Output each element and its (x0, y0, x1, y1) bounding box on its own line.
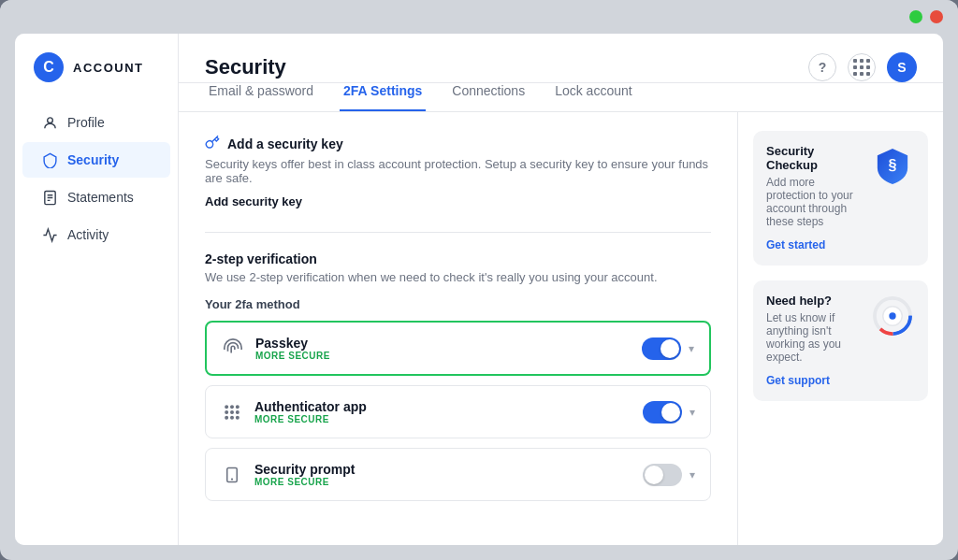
shield-badge-icon: § (872, 146, 913, 187)
fingerprint-icon (222, 337, 244, 360)
svg-point-6 (231, 405, 234, 408)
svg-text:§: § (889, 156, 897, 173)
authenticator-badge: MORE SECURE (254, 414, 631, 424)
sidebar-item-profile[interactable]: Profile (22, 105, 170, 140)
help-text: Need help? Let us know if anything isn't… (766, 294, 859, 388)
passkey-actions: ▾ (642, 337, 694, 360)
svg-point-7 (237, 405, 240, 408)
sidebar-item-activity[interactable]: Activity (22, 217, 170, 252)
document-icon (41, 189, 58, 206)
add-security-key-link[interactable]: Add security key (205, 194, 302, 208)
logo-icon: C (34, 52, 64, 82)
tab-bar: Email & password 2FA Settings Connection… (179, 83, 943, 112)
right-panel: Security Checkup Add more protection to … (737, 112, 943, 545)
help-link[interactable]: Get support (766, 374, 830, 387)
title-bar (0, 0, 958, 34)
tab-lock-account[interactable]: Lock account (551, 83, 636, 111)
header-actions: ? S (808, 52, 917, 82)
activity-icon (41, 226, 58, 243)
svg-point-5 (225, 405, 228, 408)
passkey-toggle[interactable] (642, 337, 681, 360)
sidebar-logo: C ACCOUNT (15, 52, 178, 105)
app-container: C ACCOUNT Profile (15, 34, 943, 545)
sidebar-label-profile: Profile (67, 115, 105, 130)
help-button[interactable]: ? (808, 53, 836, 81)
two-step-desc: We use 2-step verification when we need … (205, 270, 711, 284)
green-light[interactable] (909, 10, 922, 23)
authenticator-toggle[interactable] (643, 401, 682, 424)
person-icon (41, 114, 58, 131)
red-light[interactable] (930, 10, 943, 23)
two-step-section: 2-step verification We use 2-step verifi… (205, 251, 711, 501)
page-title: Security (205, 55, 286, 79)
sidebar-label-activity: Activity (67, 227, 109, 242)
tab-email-password[interactable]: Email & password (205, 83, 317, 111)
security-prompt-toggle-knob (645, 466, 663, 484)
authenticator-toggle-knob (661, 403, 680, 422)
sidebar-label-security: Security (67, 152, 119, 167)
help-title: Need help? (766, 294, 859, 308)
method-card-security-prompt[interactable]: Security prompt MORE SECURE ▾ (205, 448, 711, 501)
security-key-title: Add a security key (227, 136, 343, 151)
main-body: Add a security key Security keys offer b… (179, 112, 943, 545)
panel-card-security-checkup: Security Checkup Add more protection to … (753, 131, 928, 266)
panel-card-inner-checkup: Security Checkup Add more protection to … (766, 144, 915, 252)
svg-point-11 (225, 416, 228, 419)
authenticator-name: Authenticator app (254, 399, 631, 414)
divider-1 (205, 232, 711, 233)
authenticator-actions: ▾ (643, 401, 695, 424)
svg-point-10 (237, 410, 240, 413)
svg-point-13 (237, 416, 240, 419)
security-prompt-info: Security prompt MORE SECURE (254, 462, 631, 487)
sidebar-nav: Profile Security (15, 105, 178, 252)
method-label: Your 2fa method (205, 297, 711, 311)
two-step-title: 2-step verification (205, 251, 711, 266)
checkup-icon-wrap: § (870, 144, 915, 189)
traffic-lights (909, 10, 943, 23)
svg-point-8 (225, 410, 228, 413)
svg-point-0 (47, 117, 52, 122)
shield-icon (41, 151, 58, 168)
method-card-authenticator[interactable]: Authenticator app MORE SECURE ▾ (205, 385, 711, 438)
svg-point-9 (231, 410, 234, 413)
svg-point-12 (231, 416, 234, 419)
tab-2fa-settings[interactable]: 2FA Settings (340, 83, 426, 111)
passkey-badge: MORE SECURE (255, 351, 631, 361)
passkey-name: Passkey (255, 336, 631, 351)
panel-card-need-help: Need help? Let us know if anything isn't… (753, 280, 928, 401)
security-key-section: Add a security key Security keys offer b… (205, 135, 711, 209)
avatar[interactable]: S (887, 52, 917, 82)
panel-card-inner-help: Need help? Let us know if anything isn't… (766, 294, 915, 388)
security-key-desc: Security keys offer best in class accoun… (205, 157, 711, 185)
security-prompt-name: Security prompt (254, 462, 631, 477)
authenticator-chevron[interactable]: ▾ (689, 406, 695, 419)
sidebar-label-statements: Statements (67, 190, 134, 205)
grid-icon (851, 57, 872, 78)
content-area: Add a security key Security keys offer b… (179, 112, 737, 545)
authenticator-info: Authenticator app MORE SECURE (254, 399, 631, 424)
authenticator-icon (221, 401, 243, 424)
svg-point-21 (889, 312, 895, 319)
mobile-icon (221, 464, 243, 486)
passkey-chevron[interactable]: ▾ (689, 342, 694, 355)
checkup-desc: Add more protection to your account thro… (766, 176, 859, 228)
security-prompt-actions: ▾ (643, 464, 695, 486)
security-prompt-chevron[interactable]: ▾ (689, 468, 695, 481)
sidebar-item-statements[interactable]: Statements (22, 179, 170, 215)
security-prompt-toggle[interactable] (643, 464, 682, 486)
security-key-header: Add a security key (205, 135, 711, 153)
sidebar: C ACCOUNT Profile (15, 34, 179, 545)
passkey-toggle-knob (660, 339, 679, 358)
main-header: Security ? S (179, 34, 943, 83)
method-card-passkey[interactable]: Passkey MORE SECURE ▾ (205, 321, 711, 376)
checkup-title: Security Checkup (766, 144, 859, 172)
window-chrome: C ACCOUNT Profile (0, 0, 958, 560)
grid-button[interactable] (848, 53, 876, 81)
tab-connections[interactable]: Connections (448, 83, 529, 111)
checkup-link[interactable]: Get started (766, 238, 825, 251)
help-desc: Let us know if anything isn't working as… (766, 311, 859, 364)
sidebar-item-security[interactable]: Security (22, 142, 170, 178)
checkup-text: Security Checkup Add more protection to … (766, 144, 859, 252)
security-prompt-badge: MORE SECURE (254, 477, 631, 487)
security-key-icon (205, 135, 220, 153)
